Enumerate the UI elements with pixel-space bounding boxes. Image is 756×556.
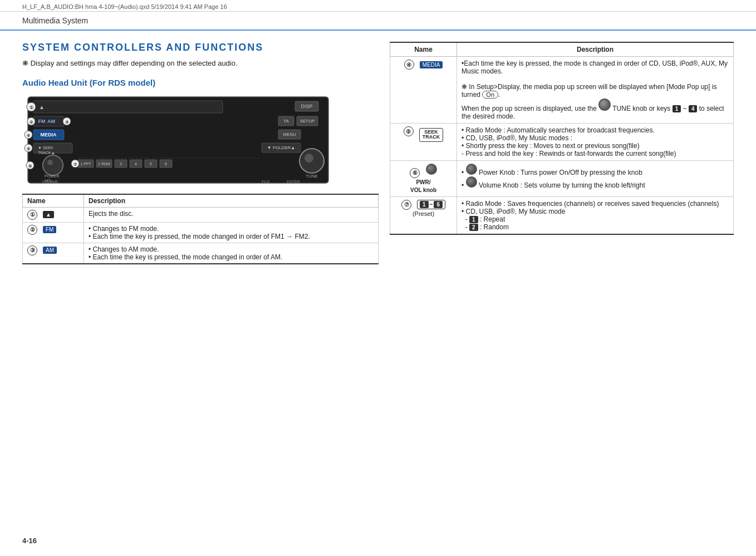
- row2-name: ② FM: [23, 222, 84, 243]
- row7-name: ⑦ 1 ~ 6 (Preset): [390, 196, 457, 234]
- svg-point-54: [305, 154, 313, 163]
- seek-track-badge: SEEK TRACK: [419, 128, 444, 142]
- svg-text:▲: ▲: [39, 104, 45, 110]
- svg-text:②: ②: [30, 120, 33, 124]
- svg-text:SETUP: SETUP: [300, 119, 315, 124]
- on-badge: On: [482, 91, 498, 99]
- subsection-title: Audio Head Unit (For RDS model): [22, 78, 379, 87]
- main-table: Name Description ④ MEDIA •Each time the …: [390, 42, 734, 235]
- table-row: ① ▲ Ejects the disc.: [23, 207, 379, 222]
- svg-text:AM: AM: [47, 119, 55, 124]
- svg-text:POWER: POWER: [45, 174, 59, 178]
- svg-text:VOLUME: VOLUME: [42, 180, 58, 184]
- note-text: ❋ Display and settings may differ depend…: [22, 58, 379, 69]
- page-title: SYSTEM CONTROLLERS AND FUNCTIONS: [22, 42, 379, 53]
- svg-text:④: ④: [27, 134, 31, 137]
- pwr-knob-icon: [426, 164, 437, 175]
- row5-name: ⑤ SEEK TRACK: [390, 124, 457, 161]
- repeat-badge: 1: [469, 216, 478, 223]
- svg-text:3: 3: [120, 162, 122, 166]
- note-symbol: ❋: [22, 59, 28, 67]
- svg-text:ENTER: ENTER: [287, 180, 300, 184]
- key1-badge: 1: [672, 105, 681, 112]
- row1-name: ① ▲: [23, 207, 84, 222]
- svg-text:▼ FOLDER▲: ▼ FOLDER▲: [267, 145, 296, 150]
- row3-name: ③ AM: [23, 243, 84, 264]
- svg-text:FM: FM: [38, 119, 46, 124]
- svg-rect-1: [33, 101, 223, 113]
- svg-text:1 PPT: 1 PPT: [80, 162, 91, 166]
- filepath: H_LF_A,B_AUDIO:BH hma 4-109~(Audio).qxd …: [0, 0, 756, 12]
- page-number: 4-16: [22, 537, 37, 545]
- svg-text:4: 4: [135, 162, 137, 166]
- svg-text:FILE: FILE: [262, 180, 270, 184]
- table-row: ③ AM • Changes to AM mode. • Each time t…: [23, 243, 379, 264]
- head-unit-image: ▲ ① DISP FM AM ② ③ TA: [22, 94, 334, 186]
- row2-desc: • Changes to FM mode. • Each time the ke…: [84, 222, 379, 243]
- table-row: ② FM • Changes to FM mode. • Each time t…: [23, 222, 379, 243]
- random-badge: 2: [469, 224, 478, 231]
- svg-point-33: [43, 155, 63, 175]
- svg-text:MEDIA: MEDIA: [41, 132, 57, 137]
- preset-range-badge: 1 ~ 6: [417, 200, 445, 209]
- row4-name: ④ MEDIA: [390, 57, 457, 124]
- svg-text:TUNE: TUNE: [306, 174, 318, 179]
- left-panel: SYSTEM CONTROLLERS AND FUNCTIONS ❋ Displ…: [22, 42, 379, 264]
- table-row: ⑦ 1 ~ 6 (Preset) • Radio Mode : Saves fr…: [390, 196, 734, 234]
- svg-text:▼ SEEK: ▼ SEEK: [38, 146, 53, 150]
- row7-desc: • Radio Mode : Saves frequencies (channe…: [457, 196, 734, 234]
- main-table-desc-header: Description: [457, 42, 734, 57]
- tune-knob-icon: [598, 99, 611, 111]
- section-header-text: Multimedia System: [22, 16, 88, 25]
- svg-text:TA: TA: [283, 119, 289, 124]
- svg-text:⑥: ⑥: [28, 164, 32, 168]
- svg-text:TRACK▲: TRACK▲: [38, 151, 55, 155]
- svg-point-34: [47, 160, 53, 165]
- row5-desc: • Radio Mode : Automatically searches fo…: [457, 124, 734, 161]
- small-table: Name Description ① ▲ Ejects the disc. ②: [22, 194, 379, 264]
- row4-desc: •Each time the key is pressed, the mode …: [457, 57, 734, 124]
- small-table-name-header: Name: [23, 194, 84, 208]
- row6-desc: • Power Knob : Turns power On/Off by pre…: [457, 161, 734, 197]
- svg-text:6: 6: [165, 162, 167, 166]
- row3-desc: • Changes to AM mode. • Each time the ke…: [84, 243, 379, 264]
- section-header: Multimedia System: [0, 12, 756, 31]
- table-row: ⑤ SEEK TRACK • Radio Mode : Automaticall…: [390, 124, 734, 161]
- key4-badge: 4: [689, 105, 698, 112]
- svg-text:DISP: DISP: [301, 104, 312, 109]
- small-table-desc-header: Description: [84, 194, 379, 208]
- table-row: ⑥ PWR/VOL knob • Power Knob : Turns powe…: [390, 161, 734, 197]
- svg-text:⑦: ⑦: [73, 163, 77, 166]
- row1-desc: Ejects the disc.: [84, 207, 379, 222]
- svg-text:⑤: ⑤: [27, 147, 31, 151]
- svg-text:①: ①: [30, 105, 33, 110]
- svg-text:MENU: MENU: [283, 132, 296, 137]
- power-knob-icon: [466, 164, 477, 175]
- svg-text:2 RDM: 2 RDM: [98, 162, 110, 166]
- svg-text:③: ③: [65, 120, 69, 124]
- right-panel: Name Description ④ MEDIA •Each time the …: [390, 42, 734, 264]
- svg-text:5: 5: [150, 162, 152, 166]
- table-row: ④ MEDIA •Each time the key is pressed, t…: [390, 57, 734, 124]
- main-table-name-header: Name: [390, 42, 457, 57]
- volume-knob-icon: [466, 176, 477, 188]
- row6-name: ⑥ PWR/VOL knob: [390, 161, 457, 197]
